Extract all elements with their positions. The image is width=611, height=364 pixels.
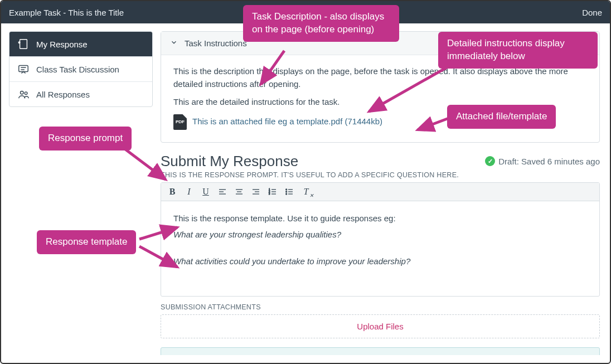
svg-rect-0 xyxy=(20,40,27,49)
editor-toolbar: B I U 123 T✕ xyxy=(161,183,599,201)
response-template-q1: What are your strongest leadership quali… xyxy=(173,227,587,242)
svg-point-26 xyxy=(286,193,287,195)
title-bar: Example Task - This is the Title Done xyxy=(1,1,610,23)
clear-format-button[interactable]: T✕ xyxy=(300,186,312,197)
task-instructions-card: Task Instructions This is the descriptio… xyxy=(161,31,600,143)
sidebar-item-discussion[interactable]: Class Task Discussion xyxy=(9,57,152,82)
editor-textarea[interactable]: This is the response template. Use it to… xyxy=(161,201,599,297)
file-info-box: Allowed file types: PDF, Word, PowerPoin… xyxy=(161,347,600,355)
sidebar-item-label: Class Task Discussion xyxy=(36,65,119,74)
task-detailed-text: This are the detailed instructions for t… xyxy=(173,96,587,109)
bullet-list-button[interactable] xyxy=(284,186,295,197)
sidebar-item-all-responses[interactable]: All Responses xyxy=(9,82,152,106)
sidebar: My Response Class Task Discussion All Re… xyxy=(9,31,153,355)
done-button[interactable]: Done xyxy=(582,8,602,17)
sidebar-item-label: All Responses xyxy=(36,90,90,99)
ordered-list-button[interactable]: 123 xyxy=(267,186,278,197)
align-right-button[interactable] xyxy=(250,186,261,197)
response-template-q2: What activities could you undertake to i… xyxy=(173,254,587,269)
chevron-down-icon xyxy=(170,38,178,48)
svg-point-24 xyxy=(286,189,287,190)
sidebar-item-my-response[interactable]: My Response xyxy=(9,32,152,57)
align-left-button[interactable] xyxy=(217,186,228,197)
response-prompt-text: THIS IS THE RESPONSE PROMPT. IT'S USEFUL… xyxy=(161,171,600,179)
bold-button[interactable]: B xyxy=(167,186,178,197)
task-instructions-toggle[interactable]: Task Instructions xyxy=(161,32,599,55)
svg-point-5 xyxy=(25,92,27,95)
svg-point-4 xyxy=(21,91,24,95)
submit-heading: Submit My Response xyxy=(161,153,298,170)
check-icon: ✓ xyxy=(485,156,495,166)
response-icon xyxy=(17,38,30,50)
rich-text-editor: B I U 123 T✕ This is the response templa… xyxy=(161,182,600,297)
task-description-text: This is the description that displays on… xyxy=(173,65,587,90)
attached-file-link[interactable]: This is an attached file eg a template.p… xyxy=(192,115,382,128)
page-title: Example Task - This is the Title xyxy=(9,8,124,17)
pdf-icon: PDF xyxy=(173,114,187,130)
svg-text:3: 3 xyxy=(269,192,270,195)
italic-button[interactable]: I xyxy=(183,186,195,197)
draft-status: ✓ Draft: Saved 6 minutes ago xyxy=(485,156,600,166)
svg-rect-1 xyxy=(19,66,28,72)
align-center-button[interactable] xyxy=(234,186,245,197)
attachments-label: SUBMISSION ATTACHMENTS xyxy=(161,303,600,311)
chat-icon xyxy=(17,63,30,75)
sidebar-item-label: My Response xyxy=(36,40,88,49)
task-instructions-label: Task Instructions xyxy=(185,38,247,48)
main-panel: Task Instructions This is the descriptio… xyxy=(161,31,602,355)
group-icon xyxy=(17,88,30,100)
draft-status-text: Draft: Saved 6 minutes ago xyxy=(498,157,600,166)
response-template-intro: This is the response template. Use it to… xyxy=(173,211,587,226)
upload-files-button[interactable]: Upload Files xyxy=(161,314,600,338)
underline-button[interactable]: U xyxy=(200,186,211,197)
attached-file-row[interactable]: PDF This is an attached file eg a templa… xyxy=(173,114,587,130)
svg-point-25 xyxy=(286,191,287,192)
